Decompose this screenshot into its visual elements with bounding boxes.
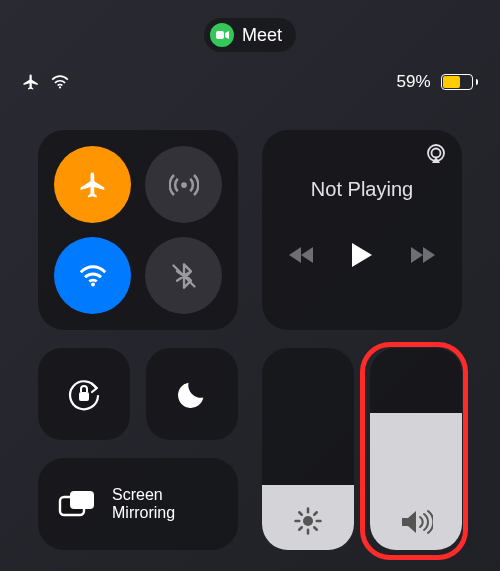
svg-point-1 bbox=[59, 86, 61, 88]
cellular-data-toggle[interactable] bbox=[145, 146, 222, 223]
screen-mirroring-button[interactable]: ScreenMirroring bbox=[38, 458, 238, 550]
airplane-status-icon bbox=[22, 73, 40, 91]
moon-icon bbox=[175, 377, 209, 411]
wifi-status-icon bbox=[50, 75, 70, 89]
screen-mirroring-label: ScreenMirroring bbox=[112, 486, 175, 523]
control-center-panel: Not Playing bbox=[38, 130, 462, 571]
brightness-slider[interactable] bbox=[262, 348, 354, 550]
svg-point-10 bbox=[303, 516, 313, 526]
active-app-label: Meet bbox=[242, 25, 282, 46]
svg-line-15 bbox=[299, 512, 302, 515]
svg-line-16 bbox=[314, 527, 317, 530]
connectivity-group[interactable] bbox=[38, 130, 238, 330]
camera-in-use-icon bbox=[210, 23, 234, 47]
airplane-icon bbox=[78, 170, 108, 200]
wifi-toggle[interactable] bbox=[54, 237, 131, 314]
do-not-disturb-toggle[interactable] bbox=[146, 348, 238, 440]
battery-icon bbox=[441, 74, 479, 90]
svg-line-17 bbox=[299, 527, 302, 530]
svg-rect-7 bbox=[79, 392, 89, 401]
svg-point-2 bbox=[181, 182, 187, 188]
now-playing-card[interactable]: Not Playing bbox=[262, 130, 462, 330]
status-bar: 59% bbox=[0, 70, 500, 94]
svg-line-18 bbox=[314, 512, 317, 515]
screen-mirroring-icon bbox=[58, 489, 96, 519]
next-track-button[interactable] bbox=[409, 245, 435, 265]
volume-slider[interactable] bbox=[370, 348, 462, 550]
brightness-icon bbox=[262, 506, 354, 536]
airplay-icon bbox=[424, 142, 448, 166]
active-app-pill[interactable]: Meet bbox=[204, 18, 296, 52]
bluetooth-off-icon bbox=[170, 262, 198, 290]
svg-rect-9 bbox=[70, 491, 94, 509]
svg-point-6 bbox=[432, 149, 441, 158]
previous-track-button[interactable] bbox=[289, 245, 315, 265]
now-playing-title: Not Playing bbox=[311, 178, 413, 201]
battery-percent: 59% bbox=[396, 72, 430, 92]
airplane-mode-toggle[interactable] bbox=[54, 146, 131, 223]
orientation-lock-toggle[interactable] bbox=[38, 348, 130, 440]
speaker-icon bbox=[370, 508, 462, 536]
svg-rect-0 bbox=[215, 31, 223, 39]
svg-point-3 bbox=[91, 282, 95, 286]
bluetooth-toggle[interactable] bbox=[145, 237, 222, 314]
play-button[interactable] bbox=[349, 241, 375, 269]
cellular-icon bbox=[169, 170, 199, 200]
orientation-lock-icon bbox=[64, 374, 104, 414]
wifi-icon bbox=[78, 265, 108, 287]
